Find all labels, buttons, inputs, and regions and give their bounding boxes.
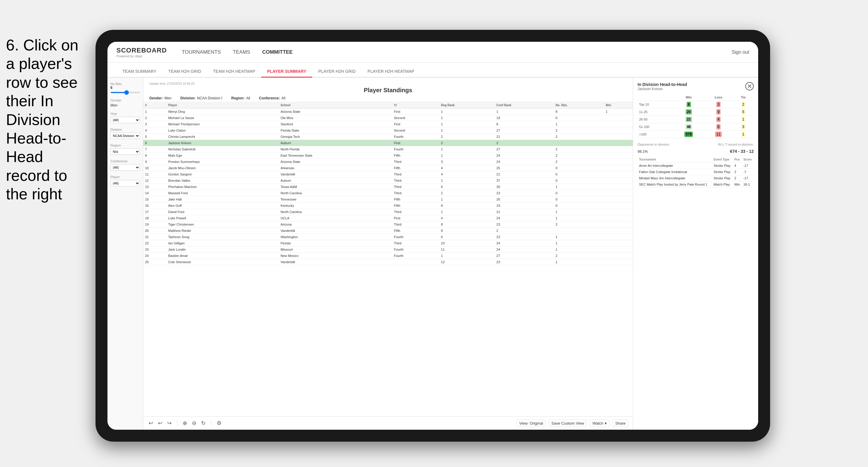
table-row[interactable]: 25 Cole Sherwood Vanderbilt 12 23 1 <box>143 259 633 265</box>
table-row[interactable]: 10 Jacob Mou-Olesen Arkansas Fifth 4 25 … <box>143 165 633 171</box>
score: -17 <box>742 163 754 169</box>
cell-conf: 23 <box>495 221 554 228</box>
cell-rds: 1 <box>554 184 604 190</box>
table-row[interactable]: 12 Brendan Valles Auburn Third 1 37 0 <box>143 178 633 184</box>
tournament-row: SEC Match Play hosted by Jerry Pate Roun… <box>638 181 754 188</box>
region-select[interactable]: N/a <box>111 148 140 155</box>
right-panel: In Division Head-to-Head Jackson Koivun … <box>633 77 758 430</box>
pos: 2 <box>733 169 742 175</box>
tournament-header-row: Tournament Event Type Pos Score <box>638 157 754 163</box>
h2h-tie: 1 <box>733 131 754 138</box>
table-row[interactable]: 17 David Ford North Carolina Third 1 21 … <box>143 209 633 215</box>
undo2-button[interactable]: ↩ <box>157 419 163 427</box>
event-type: Stroke Play <box>712 169 733 175</box>
cell-player: Phichaksn Maichon <box>166 184 279 190</box>
no-rds-section: No Rds. 6 <box>111 82 140 94</box>
table-row[interactable]: 24 Bastien Amat New Mexico Fourth 1 27 2 <box>143 253 633 259</box>
tab-team-summary[interactable]: TEAM SUMMARY <box>116 66 162 77</box>
cell-num: 25 <box>143 259 166 265</box>
panel-titles: In Division Head-to-Head Jackson Koivun <box>638 82 687 91</box>
player-select[interactable]: (All) <box>111 180 140 187</box>
table-row[interactable]: 8 Mats Ege East Tennessee State Fifth 1 … <box>143 153 633 159</box>
score: -17 <box>742 175 754 181</box>
cell-rds: 1 <box>554 240 604 247</box>
table-row[interactable]: 23 Jack Lundin Missouri Fourth 11 24 1 <box>143 247 633 253</box>
table-row[interactable]: 18 Luke Powell UCLA First 4 24 1 <box>143 215 633 221</box>
table-row[interactable]: 11 Gordon Sargent Vanderbilt Third 4 21 … <box>143 171 633 178</box>
undo-button[interactable]: ↩ <box>148 419 154 427</box>
zoom-out-button[interactable]: ⊕ <box>182 419 188 427</box>
instruction-text: 6. Click on a player's row to see their … <box>0 36 87 204</box>
cell-school: Kentucky <box>279 203 392 209</box>
cell-reg: 12 <box>439 259 495 265</box>
tournament-row: Amer Ari Intercollegiate Stroke Play 4 -… <box>638 163 754 169</box>
division-select[interactable]: NCAA Division I <box>111 132 140 139</box>
settings-button[interactable]: ⚙ <box>216 419 222 427</box>
table-row[interactable]: 4 Luke Claton Florida State Second 1 27 … <box>143 127 633 134</box>
table-row[interactable]: 9 Preston Summerhays Arizona State Third… <box>143 159 633 165</box>
tab-team-h2h-grid[interactable]: TEAM H2H GRID <box>162 66 207 77</box>
cell-conf: 24 <box>495 159 554 165</box>
cell-conf: 21 <box>495 171 554 178</box>
tab-team-h2h-heatmap[interactable]: TEAM H2H HEATMAP <box>207 66 261 77</box>
zoom-in-button[interactable]: ⊖ <box>191 419 197 427</box>
h2h-row: Top 10 8 3 2 <box>638 101 754 108</box>
sign-out-button[interactable]: Sign out <box>732 50 749 55</box>
cell-reg: 4 <box>439 171 495 178</box>
table-row[interactable]: 22 Ian Gilligan Florida Third 10 24 1 <box>143 240 633 247</box>
table-row[interactable]: 20 Matthew Riedel Vanderbilt Fifth 8 2 <box>143 228 633 234</box>
refresh-button[interactable]: ↻ <box>200 419 207 427</box>
redo-button[interactable]: ↪ <box>166 419 173 427</box>
year-select[interactable]: (All) <box>111 117 140 123</box>
table-row[interactable]: 2 Michael La Sasse Ole Miss Second 1 19 … <box>143 115 633 121</box>
table-row[interactable]: 5 Christo Lamprecht Georgia Tech Fourth … <box>143 134 633 140</box>
cell-reg: 10 <box>439 240 495 247</box>
cell-num: 18 <box>143 215 166 221</box>
table-row[interactable]: 7 Nicholas Gabrelcik North Florida Fourt… <box>143 146 633 153</box>
cell-player: Maxwell Ford <box>166 190 279 196</box>
cell-num: 19 <box>143 221 166 228</box>
nav-link-committee[interactable]: COMMITTEE <box>262 48 292 57</box>
conference-filter-display: Conference: All <box>259 96 285 100</box>
cell-num: 4 <box>143 127 166 134</box>
h2h-row: 11-25 20 9 5 <box>638 108 754 116</box>
nav-link-tournaments[interactable]: TOURNAMENTS <box>182 48 221 57</box>
nav-right: Sign out <box>732 50 749 55</box>
h2h-col-win: Win <box>673 94 704 101</box>
cell-conf: 2 <box>495 228 554 234</box>
table-row[interactable]: 14 Maxwell Ford North Carolina Third 2 2… <box>143 190 633 196</box>
no-rds-slider[interactable] <box>111 92 140 93</box>
tab-player-h2h-grid[interactable]: PLAYER H2H GRID <box>312 66 362 77</box>
tab-player-summary[interactable]: PLAYER SUMMARY <box>261 66 312 77</box>
table-row[interactable]: 13 Phichaksn Maichon Texas A&M Third 6 3… <box>143 184 633 190</box>
cell-conf: 27 <box>495 146 554 153</box>
table-row[interactable]: 3 Michael Thorbjornsen Stanford First 1 … <box>143 121 633 127</box>
cell-yr: Fifth <box>392 203 439 209</box>
view-original-button[interactable]: View: Original <box>516 419 546 427</box>
table-row[interactable]: 6 Jackson Koivun Auburn First 2 2 <box>143 140 633 146</box>
cell-school: Tennessee <box>279 196 392 203</box>
cell-yr: Fifth <box>392 153 439 159</box>
update-time: Update time: 27/03/2024 16:56:26 <box>149 82 627 85</box>
close-panel-button[interactable]: ✕ <box>745 82 754 90</box>
nav-link-teams[interactable]: TEAMS <box>233 48 250 57</box>
table-row[interactable]: 15 Jake Hall Tennessee Fifth 1 26 0 <box>143 196 633 203</box>
cell-yr: Third <box>392 171 439 178</box>
cell-player: Gordon Sargent <box>166 171 279 178</box>
cell-yr: First <box>392 215 439 221</box>
table-row[interactable]: 1 Wenyi Ding Arizona State First 1 1 8 1 <box>143 108 633 115</box>
watch-button[interactable]: Watch ▾ <box>590 419 610 427</box>
table-row[interactable]: 16 Alex Goff Kentucky Fifth 8 19 0 <box>143 203 633 209</box>
cell-conf: 23 <box>495 190 554 196</box>
table-row[interactable]: 21 Taehoon Song Washington Fourth 6 23 1 <box>143 234 633 240</box>
tab-player-h2h-heatmap[interactable]: PLAYER H2H HEATMAP <box>362 66 420 77</box>
h2h-win: 22 <box>673 116 704 123</box>
cell-rds: 0 <box>554 178 604 184</box>
cell-reg: 4 <box>439 215 495 221</box>
pos: 2 <box>733 175 742 181</box>
table-row[interactable]: 19 Tiger Christensen Arizona Third 8 23 … <box>143 221 633 228</box>
cell-yr: Third <box>392 159 439 165</box>
conference-select[interactable]: (All) <box>111 164 140 171</box>
share-button[interactable]: Share <box>613 419 628 427</box>
save-custom-button[interactable]: Save Custom View <box>549 419 587 427</box>
